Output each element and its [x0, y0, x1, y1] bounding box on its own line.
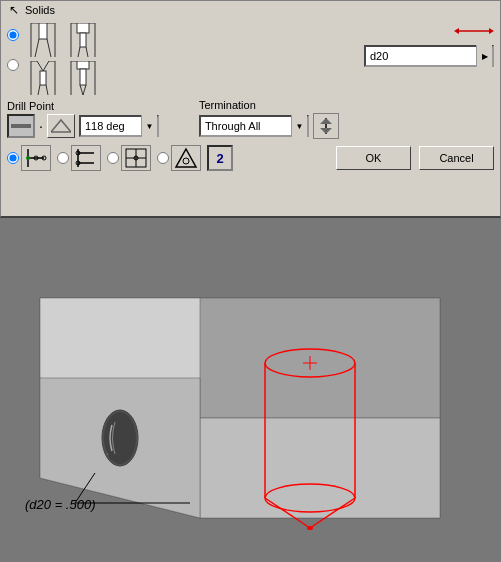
- hole-types-section: d20 ▶: [1, 19, 500, 97]
- drill-point-section: Drill Point · 118 deg: [7, 100, 159, 138]
- solids-label: Solids: [25, 4, 55, 16]
- radio-simple[interactable]: [7, 29, 19, 41]
- placement-group-1: [7, 145, 51, 171]
- termination-label: Termination: [199, 99, 339, 111]
- flat-drill-btn[interactable]: [7, 114, 35, 138]
- svg-point-73: [307, 526, 313, 530]
- d20-area: d20 ▶: [364, 23, 494, 95]
- spotface-hole-icon: [67, 61, 99, 95]
- svg-point-77: [104, 412, 136, 464]
- through-all-dropdown-btn[interactable]: ▼: [291, 115, 307, 137]
- svg-marker-40: [51, 120, 71, 132]
- placement-icon-1[interactable]: [21, 145, 51, 171]
- svg-point-59: [183, 158, 189, 164]
- solids-row: ↖ Solids: [1, 1, 500, 19]
- svg-point-46: [26, 156, 30, 160]
- cursor-icon: ↖: [9, 3, 19, 17]
- viewport: (d20 = .500): [0, 218, 501, 562]
- arrow-indicator: [454, 23, 494, 39]
- termination-section: Termination Through All ▼: [199, 99, 339, 139]
- placement-icon-3[interactable]: [121, 145, 151, 171]
- svg-marker-64: [200, 298, 440, 418]
- placement-radio-4[interactable]: [157, 152, 169, 164]
- drill-point-label: Drill Point: [7, 100, 159, 112]
- svg-marker-42: [320, 118, 332, 124]
- placement-radio-3[interactable]: [107, 152, 119, 164]
- deg-value: 118 deg: [81, 120, 141, 132]
- dialog-panel: ↖ Solids: [0, 0, 501, 218]
- countersink-hole-icon: [27, 61, 59, 95]
- svg-rect-14: [80, 33, 86, 47]
- through-all-dropdown[interactable]: Through All ▼: [199, 115, 309, 137]
- svg-rect-39: [11, 124, 31, 128]
- svg-marker-43: [320, 128, 332, 134]
- flip-direction-btn[interactable]: [313, 113, 339, 139]
- angled-drill-btn[interactable]: [47, 114, 75, 138]
- placement-group-3: [107, 145, 151, 171]
- svg-rect-33: [80, 69, 86, 85]
- ok-button[interactable]: OK: [336, 146, 411, 170]
- deg-dropdown[interactable]: 118 deg ▼: [79, 115, 159, 137]
- drill-point-controls: · 118 deg ▼: [7, 114, 159, 138]
- d20-dropdown-btn[interactable]: ▶: [476, 45, 492, 67]
- svg-rect-32: [77, 61, 89, 69]
- termination-controls: Through All ▼: [199, 113, 339, 139]
- placement-icon-2[interactable]: [71, 145, 101, 171]
- bottom-icons-row: 2 OK Cancel: [1, 141, 500, 175]
- dot-sep: ·: [39, 118, 43, 134]
- through-all-text: Through All: [201, 120, 291, 132]
- dimension-annotation: (d20 = .500): [25, 497, 95, 512]
- cancel-button[interactable]: Cancel: [419, 146, 494, 170]
- svg-marker-65: [200, 418, 440, 518]
- info-btn[interactable]: 2: [207, 145, 233, 171]
- placement-icon-4[interactable]: [171, 145, 201, 171]
- radio-other[interactable]: [7, 59, 19, 71]
- svg-marker-37: [454, 28, 459, 34]
- svg-rect-13: [77, 23, 89, 33]
- drill-termination-row: Drill Point · 118 deg: [1, 97, 500, 139]
- placement-group-2: [57, 145, 101, 171]
- svg-rect-1: [39, 23, 47, 39]
- placement-group-4: [157, 145, 201, 171]
- simple-hole-icon: [27, 23, 59, 57]
- deg-dropdown-btn[interactable]: ▼: [141, 115, 157, 137]
- counterbore-hole-icon: [67, 23, 99, 57]
- placement-radio-2[interactable]: [57, 152, 69, 164]
- svg-rect-24: [40, 71, 46, 85]
- d20-input-container[interactable]: d20 ▶: [364, 45, 494, 67]
- placement-radio-1[interactable]: [7, 152, 19, 164]
- svg-marker-38: [489, 28, 494, 34]
- d20-value-text: d20: [366, 50, 476, 62]
